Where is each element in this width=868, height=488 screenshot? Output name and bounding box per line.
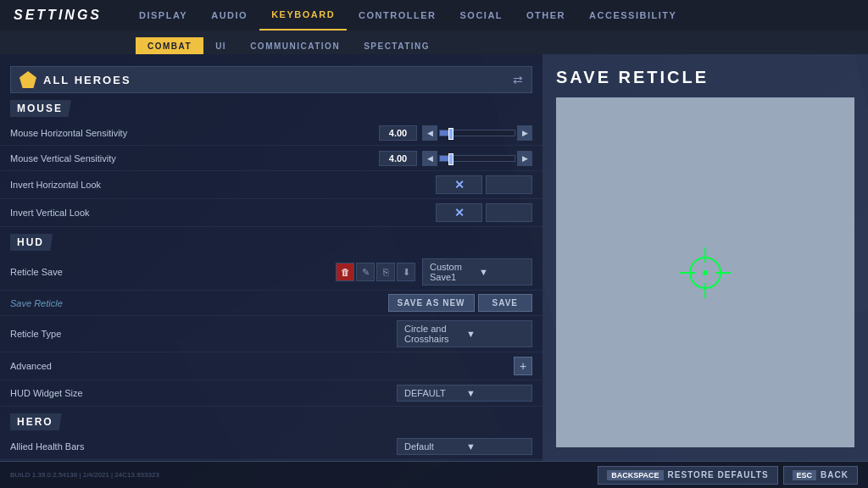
subtab-bar: COMBAT UI COMMUNICATION SPECTATING [0, 30, 868, 54]
mouse-section-title: MOUSE [10, 100, 71, 117]
invert-h-empty [486, 175, 532, 194]
hero-section-header: HERO [10, 413, 542, 430]
mouse-v-slider-container[interactable]: ◀ ▶ [422, 151, 532, 166]
reticle-type-value: Circle and Crosshairs [404, 324, 463, 344]
subtab-ui[interactable]: UI [203, 37, 238, 54]
save-row: Save Reticle SAVE AS NEW SAVE [0, 291, 542, 316]
nav-keyboard[interactable]: KEYBOARD [259, 0, 347, 30]
invert-h-label: Invert Horizontal Look [10, 180, 436, 190]
version-text: BUILD 1.39.0.2.54138 | 1/4/2021 | 24C13.… [10, 471, 159, 479]
mouse-v-sensitivity-row: Mouse Vertical Sensitivity 4.00 ◀ ▶ [0, 146, 542, 171]
invert-v-empty [486, 203, 532, 222]
reticle-import-btn[interactable]: ⬇ [397, 263, 415, 281]
subtab-communication[interactable]: COMMUNICATION [238, 37, 352, 54]
back-button[interactable]: ESC BACK [783, 466, 858, 485]
hud-section-title: HUD [10, 234, 53, 251]
slider-left-arrow-v[interactable]: ◀ [422, 151, 437, 166]
allied-health-bars-dropdown[interactable]: Default ▼ [397, 438, 532, 455]
nav-audio[interactable]: AUDIO [199, 0, 259, 30]
nav-display[interactable]: DISPLAY [127, 0, 199, 30]
left-panel: ALL HEROES ⇄ MOUSE Mouse Horizontal Sens… [0, 54, 542, 461]
nav-social[interactable]: SOCIAL [448, 0, 515, 30]
slider-thumb-v[interactable] [448, 153, 453, 165]
invert-v-toggle[interactable]: ✕ [436, 203, 482, 222]
svg-point-5 [703, 270, 708, 275]
invert-v-row: Invert Vertical Look ✕ [0, 199, 542, 227]
mouse-h-sensitivity-label: Mouse Horizontal Sensitivity [10, 128, 379, 138]
save-button[interactable]: SAVE [478, 294, 533, 312]
subtab-combat[interactable]: COMBAT [136, 37, 203, 54]
advanced-row: Advanced + [0, 352, 542, 380]
hero-selector[interactable]: ALL HEROES ⇄ [10, 66, 532, 93]
mouse-h-sensitivity-value: 4.00 [379, 125, 417, 141]
nav-controller[interactable]: CONTROLLER [347, 0, 448, 30]
advanced-label: Advanced [10, 361, 514, 371]
esc-key-label: ESC [793, 470, 817, 480]
dropdown-arrow-icon: ▼ [479, 267, 525, 277]
reticle-type-label: Reticle Type [10, 329, 397, 339]
hud-widget-size-dropdown[interactable]: DEFAULT ▼ [397, 385, 532, 402]
reticle-type-row: Reticle Type Circle and Crosshairs ▼ [0, 316, 542, 352]
allied-health-bars-value: Default [404, 441, 463, 452]
allied-health-bars-arrow-icon: ▼ [466, 441, 525, 452]
save-as-new-button[interactable]: SAVE AS NEW [388, 294, 475, 312]
reticle-edit-btn[interactable]: ✎ [356, 263, 375, 281]
app-title: SETTINGS [14, 8, 102, 23]
hud-widget-size-value: DEFAULT [404, 388, 463, 398]
hud-widget-size-arrow-icon: ▼ [466, 388, 525, 398]
bottombar: BUILD 1.39.0.2.54138 | 1/4/2021 | 24C13.… [0, 461, 868, 488]
advanced-expand-button[interactable]: + [514, 357, 532, 375]
subtab-spectating[interactable]: SPECTATING [352, 37, 442, 54]
topbar: SETTINGS DISPLAY AUDIO KEYBOARD CONTROLL… [0, 0, 868, 30]
save-reticle-title: SAVE RETICLE [556, 68, 854, 87]
backspace-button[interactable]: BACKSPACE RESTORE DEFAULTS [598, 466, 777, 485]
reticle-preview [556, 97, 854, 447]
back-label: BACK [821, 470, 849, 480]
reticle-delete-btn[interactable]: 🗑 [336, 263, 354, 281]
reticle-copy-btn[interactable]: ⎘ [376, 263, 395, 281]
reticle-icons: 🗑 ✎ ⎘ ⬇ [336, 263, 417, 281]
mouse-v-sensitivity-value: 4.00 [379, 151, 417, 166]
swap-icon[interactable]: ⇄ [513, 73, 523, 86]
nav-other[interactable]: OTHER [515, 0, 577, 30]
hero-name: ALL HEROES [43, 74, 513, 86]
reticle-dropdown-value: Custom Save1 [430, 262, 476, 282]
mouse-v-sensitivity-label: Mouse Vertical Sensitivity [10, 153, 379, 164]
slider-track-v[interactable] [439, 155, 515, 162]
hero-icon [19, 71, 36, 88]
slider-right-arrow-v[interactable]: ▶ [517, 151, 532, 166]
nav-accessibility[interactable]: ACCESSIBILITY [577, 0, 688, 30]
reticle-save-row: Reticle Save 🗑 ✎ ⎘ ⬇ Custom Save1 ▼ [0, 254, 542, 291]
invert-h-toggle[interactable]: ✕ [436, 175, 482, 194]
main-content: ALL HEROES ⇄ MOUSE Mouse Horizontal Sens… [0, 54, 868, 461]
allied-health-bars-row: Allied Health Bars Default ▼ [0, 434, 542, 460]
mouse-h-sensitivity-row: Mouse Horizontal Sensitivity 4.00 ◀ ▶ [0, 120, 542, 146]
right-panel: SAVE RETICLE [542, 54, 868, 461]
slider-track[interactable] [439, 130, 515, 136]
restore-defaults-label: RESTORE DEFAULTS [668, 470, 769, 480]
crosshair-display [671, 239, 739, 307]
mouse-section-header: MOUSE [10, 100, 542, 117]
hero-section-title: HERO [10, 413, 62, 430]
reticle-type-dropdown[interactable]: Circle and Crosshairs ▼ [397, 320, 532, 347]
invert-v-label: Invert Vertical Look [10, 208, 436, 218]
slider-thumb[interactable] [448, 128, 453, 140]
slider-right-arrow[interactable]: ▶ [517, 125, 532, 141]
backspace-key-label: BACKSPACE [607, 470, 663, 480]
reticle-type-arrow-icon: ▼ [466, 329, 525, 339]
allied-health-bars-label: Allied Health Bars [10, 441, 397, 452]
slider-left-arrow[interactable]: ◀ [422, 125, 437, 141]
hud-widget-size-row: HUD Widget Size DEFAULT ▼ [0, 380, 542, 407]
invert-h-row: Invert Horizontal Look ✕ [0, 171, 542, 199]
reticle-save-label: Reticle Save [10, 267, 336, 277]
reticle-dropdown[interactable]: Custom Save1 ▼ [422, 258, 532, 286]
hud-section-header: HUD [10, 234, 542, 251]
hud-widget-size-label: HUD Widget Size [10, 388, 397, 398]
mouse-h-slider-container[interactable]: ◀ ▶ [422, 125, 532, 141]
save-reticle-label: Save Reticle [10, 298, 388, 308]
